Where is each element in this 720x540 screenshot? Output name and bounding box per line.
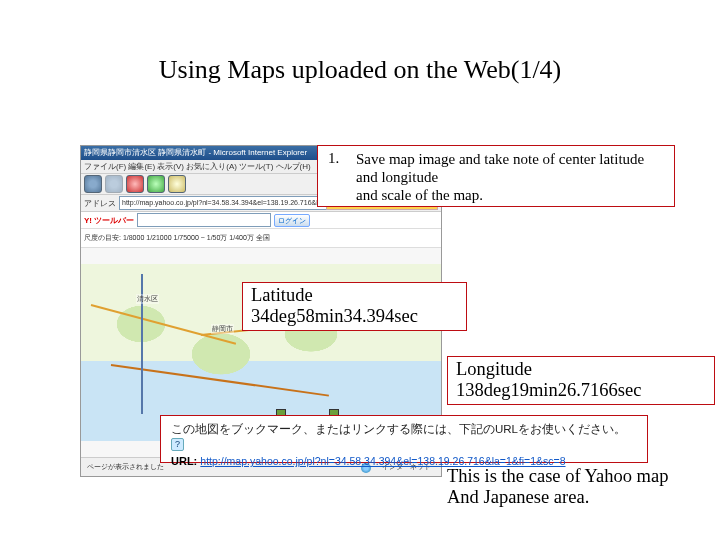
slide-title: Using Maps uploaded on the Web(1/4) xyxy=(0,55,720,85)
callout-url: この地図をブックマーク、またはリンクする際には、下記のURLをお使いください。 … xyxy=(160,415,648,463)
footer-line-2: And Japanese area. xyxy=(447,487,668,508)
home-icon xyxy=(168,175,186,193)
back-icon xyxy=(84,175,102,193)
url-label: URL: xyxy=(171,455,197,467)
address-label: アドレス xyxy=(84,198,116,209)
map-label: 静岡市 xyxy=(211,324,234,334)
latitude-value: 34deg58min34.394sec xyxy=(251,306,458,327)
help-icon: ? xyxy=(171,438,184,451)
callout-instruction: 1. Save map image and take note of cente… xyxy=(317,145,675,207)
latitude-label: Latitude xyxy=(251,285,458,306)
longitude-label: Longitude xyxy=(456,359,706,380)
status-text: ページが表示されました xyxy=(87,462,164,472)
yahoo-logo: Y! ツールバー xyxy=(84,215,134,226)
yahoo-toolbar: Y! ツールバー ログイン xyxy=(81,212,441,229)
footer-note: This is the case of Yahoo map And Japane… xyxy=(447,466,668,509)
url-instruction-jp: この地図をブックマーク、またはリンクする際には、下記のURLをお使いください。 xyxy=(171,423,626,435)
instruction-text: Save map image and take note of center l… xyxy=(356,150,664,204)
longitude-value: 138deg19min26.7166sec xyxy=(456,380,706,401)
yahoo-search-input xyxy=(137,213,271,227)
map-scale-controls: 尺度の目安: 1/8000 1/21000 1/75000 ~ 1/50万 1/… xyxy=(81,229,441,248)
map-label: 清水区 xyxy=(136,294,159,304)
refresh-icon xyxy=(147,175,165,193)
login-button: ログイン xyxy=(274,214,310,227)
instruction-number: 1. xyxy=(328,150,339,167)
stop-icon xyxy=(126,175,144,193)
callout-latitude: Latitude 34deg58min34.394sec xyxy=(242,282,467,331)
callout-longitude: Longitude 138deg19min26.7166sec xyxy=(447,356,715,405)
forward-icon xyxy=(105,175,123,193)
footer-line-1: This is the case of Yahoo map xyxy=(447,466,668,487)
